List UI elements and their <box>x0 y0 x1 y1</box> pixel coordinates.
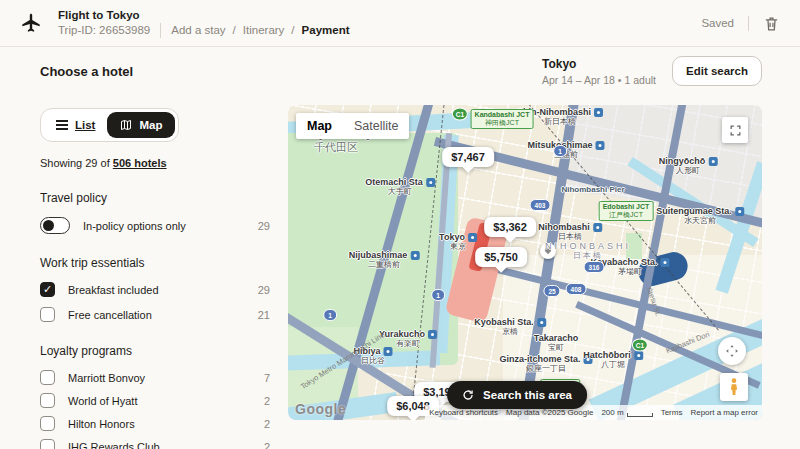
travel-policy-filters: In-policy options only 29 <box>40 217 272 234</box>
filter-checkbox-row[interactable]: Free cancellation 21 <box>40 307 272 322</box>
hotel-price-marker[interactable]: $3,362 <box>484 217 536 237</box>
breadcrumb-item[interactable]: Itinerary / <box>243 24 295 36</box>
refresh-icon <box>462 389 474 401</box>
checkbox[interactable] <box>40 416 55 431</box>
trip-title: Flight to Tokyo <box>58 9 350 21</box>
page-title: Choose a hotel <box>40 64 133 79</box>
filter-checkbox-row[interactable]: Hilton Honors 2 <box>40 416 272 431</box>
report-error-link[interactable]: Report a map error <box>686 405 762 420</box>
hotel-price-marker[interactable]: $7,467 <box>442 147 494 167</box>
divider <box>748 16 749 31</box>
pan-arrows-icon <box>724 343 740 359</box>
dates-occupancy: Apr 14 – Apr 18 • 1 adult <box>542 74 656 86</box>
list-icon <box>56 120 68 130</box>
search-summary: Tokyo Apr 14 – Apr 18 • 1 adult <box>542 57 656 86</box>
toggle-switch[interactable] <box>40 217 70 234</box>
checkbox[interactable] <box>40 282 55 297</box>
filter-checkbox-row[interactable]: Marriott Bonvoy 7 <box>40 370 272 385</box>
checkbox[interactable] <box>40 439 55 449</box>
breadcrumb-item[interactable]: Add a stay / <box>171 24 236 36</box>
map-type-satellite-button[interactable]: Satellite <box>343 113 409 139</box>
edit-search-button[interactable]: Edit search <box>672 56 762 86</box>
checkbox[interactable] <box>40 393 55 408</box>
checkbox[interactable] <box>40 307 55 322</box>
hotel-count-link[interactable]: 506 hotels <box>113 157 167 169</box>
section-title-travel-policy: Travel policy <box>40 191 272 205</box>
trash-icon[interactable] <box>763 15 780 32</box>
map-type-map-button[interactable]: Map <box>296 113 343 139</box>
trip-id: Trip-ID: 26653989 <box>58 24 150 36</box>
section-title-loyalty: Loyalty programs <box>40 344 272 358</box>
breadcrumb: Add a stay / Itinerary / Payment / <box>171 24 349 36</box>
map-scale: 200 m <box>597 405 656 420</box>
terms-link[interactable]: Terms <box>657 405 687 420</box>
app-window: Flight to Tokyo Trip-ID: 26653989 Add a … <box>0 0 800 449</box>
filter-sidebar: List Map Showing 29 of 506 hotels Travel… <box>40 108 272 449</box>
filter-checkbox-row[interactable]: IHG Rewards Club 2 <box>40 439 272 449</box>
map-label: Edobashi JCT 江戸橋JCT <box>599 201 654 221</box>
section-title-essentials: Work trip essentials <box>40 256 272 270</box>
fullscreen-button[interactable] <box>722 117 748 143</box>
map-canvas[interactable]: Chiyoda City 千代田区 Otemachi Sta 大手町 Tokyo… <box>288 105 762 420</box>
filter-checkbox-row[interactable]: Breakfast included 29 <box>40 282 272 297</box>
loyalty-filters: Marriott Bonvoy 7 World of Hyatt 2 Hilto… <box>40 370 272 449</box>
policy-toggle-row[interactable]: In-policy options only 29 <box>40 217 272 234</box>
map-type-control: Map Satellite <box>296 113 409 139</box>
location-pin[interactable] <box>540 243 556 259</box>
route-shield: 403 <box>530 199 551 211</box>
pan-control-button[interactable] <box>718 337 746 365</box>
scale-bar <box>627 413 653 417</box>
list-view-button[interactable]: List <box>44 112 107 138</box>
checkbox[interactable] <box>40 370 55 385</box>
destination-name: Tokyo <box>542 57 656 71</box>
essentials-filters: Breakfast included 29 Free cancellation … <box>40 282 272 322</box>
pegman-icon <box>728 378 740 396</box>
hotel-price-marker[interactable]: $5,750 <box>475 247 527 267</box>
map-view-button[interactable]: Map <box>107 112 175 138</box>
search-this-area-button[interactable]: Search this area <box>447 381 587 409</box>
divider <box>160 23 161 38</box>
trip-info: Flight to Tokyo Trip-ID: 26653989 Add a … <box>58 9 350 38</box>
pegman-control[interactable] <box>720 373 748 401</box>
results-summary: Showing 29 of 506 hotels <box>40 157 272 169</box>
saved-status: Saved <box>701 17 734 29</box>
google-logo: Google <box>295 401 346 417</box>
view-toggle: List Map <box>40 108 179 142</box>
fullscreen-icon <box>729 124 742 137</box>
breadcrumb-item[interactable]: Payment / <box>302 24 350 36</box>
map-icon <box>120 119 132 131</box>
filter-checkbox-row[interactable]: World of Hyatt 2 <box>40 393 272 408</box>
top-bar: Flight to Tokyo Trip-ID: 26653989 Add a … <box>0 0 800 47</box>
airplane-logo-icon[interactable] <box>20 12 42 34</box>
station-icon <box>593 223 602 232</box>
